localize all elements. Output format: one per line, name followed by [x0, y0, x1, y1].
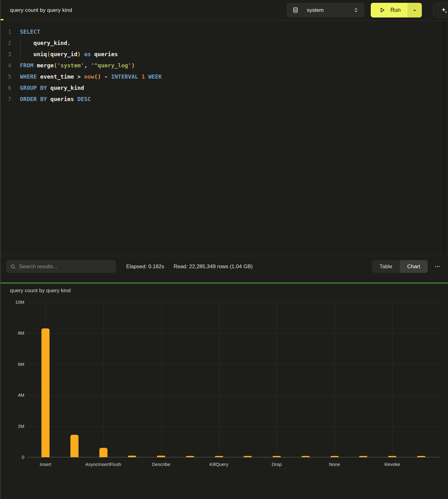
query-header: query count by query kind system Run — [0, 0, 448, 21]
results-toolbar: Elapsed: 0.182s Read: 22,285,349 rows (1… — [0, 256, 448, 277]
search-icon — [10, 264, 16, 269]
panel-resize-handle[interactable] — [0, 283, 448, 283]
chevrons-up-down-icon — [353, 7, 359, 13]
view-toggle-chart[interactable]: Chart — [400, 260, 428, 273]
run-options-button[interactable] — [407, 3, 422, 17]
editor-scrollbar[interactable] — [440, 21, 447, 256]
gridline-vertical — [219, 302, 219, 457]
gridline-horizontal — [28, 426, 439, 427]
elapsed-stat: Elapsed: 0.182s — [126, 264, 164, 270]
view-toggle-table[interactable]: Table — [372, 260, 400, 273]
gridline-horizontal — [28, 395, 439, 395]
view-toggle: Table Chart — [372, 260, 427, 273]
code-line: 6GROUP BY query_kind — [0, 82, 448, 94]
y-axis-labels: 10M8M6M4M2M0 — [0, 302, 24, 457]
gridline-horizontal — [28, 302, 439, 303]
y-axis-label: 10M — [0, 299, 24, 305]
y-axis-label: 0 — [0, 454, 24, 460]
code-line: 2 query_kind, — [0, 37, 448, 49]
code-text: GROUP BY query_kind — [15, 82, 84, 94]
gridline-vertical — [277, 302, 277, 457]
x-axis-label: Drop — [272, 462, 282, 467]
line-number: 3 — [0, 49, 15, 60]
read-stat: Read: 22,285,349 rows (1.04 GB) — [174, 264, 253, 270]
code-text: SELECT — [15, 26, 40, 37]
chevron-down-icon — [412, 7, 417, 13]
sql-editor[interactable]: 1SELECT2 query_kind,3 uniq(query_id) as … — [0, 21, 448, 256]
more-options-button[interactable] — [433, 264, 442, 270]
search-box[interactable] — [6, 260, 116, 273]
x-axis-label: KillQuery — [209, 462, 228, 467]
y-axis-label: 4M — [0, 392, 24, 398]
code-text: FROM merge('system', '^query_log') — [15, 60, 135, 71]
chart-bar-asyncinsertflush[interactable] — [99, 448, 107, 457]
code-text: WHERE event_time > now() - INTERVAL 1 WE… — [15, 71, 162, 82]
page-title: query count by query kind — [10, 7, 72, 13]
y-axis-label: 2M — [0, 423, 24, 429]
header-controls: system Run — [287, 3, 448, 17]
database-selector[interactable]: system — [287, 3, 365, 17]
assist-button[interactable] — [433, 3, 448, 17]
code-line: 1SELECT — [0, 26, 448, 37]
line-number: 2 — [0, 37, 15, 49]
x-axis-label: AsyncInsertFlush — [85, 462, 121, 467]
x-axis-label: None — [329, 462, 340, 467]
code-line: 4FROM merge('system', '^query_log') — [0, 60, 448, 71]
gridline-vertical — [103, 302, 104, 457]
x-axis-labels: InsertAsyncInsertFlushDescribeKillQueryD… — [28, 457, 439, 467]
gridline-vertical — [335, 302, 335, 457]
toolbar-gap — [0, 277, 448, 283]
chart-title: query count by query kind — [10, 288, 448, 294]
line-number: 5 — [0, 71, 15, 82]
code-line: 7ORDER BY queries DESC — [0, 94, 448, 105]
x-axis-label: Revoke — [384, 462, 400, 467]
x-axis-label: Describe — [152, 462, 170, 467]
gridline-vertical — [392, 302, 393, 457]
chart-bar-insert[interactable] — [41, 328, 50, 457]
y-axis-label: 8M — [0, 330, 24, 336]
chart-bar[interactable] — [70, 435, 79, 457]
code-text: uniq(query_id) as queries — [15, 49, 118, 60]
code-line: 3 uniq(query_id) as queries — [0, 49, 448, 60]
x-axis-label: Insert — [40, 462, 51, 467]
ellipsis-icon — [435, 266, 440, 267]
database-icon — [292, 7, 299, 13]
code-text: query_kind, — [15, 37, 71, 49]
indent-guide — [20, 39, 21, 59]
code-lines: 1SELECT2 query_kind,3 uniq(query_id) as … — [0, 26, 448, 105]
y-axis-label: 6M — [0, 361, 24, 367]
line-number: 7 — [0, 94, 15, 105]
gridline-horizontal — [28, 333, 439, 333]
chart-panel: query count by query kind 10M8M6M4M2M0 I… — [0, 288, 448, 499]
line-number: 4 — [0, 60, 15, 71]
run-button[interactable]: Run — [371, 3, 407, 17]
sparkle-icon — [441, 7, 448, 14]
line-number: 1 — [0, 26, 15, 37]
code-line: 5WHERE event_time > now() - INTERVAL 1 W… — [0, 71, 448, 82]
database-selector-value: system — [307, 7, 324, 13]
chart-plot — [28, 302, 439, 457]
gridline-vertical — [161, 302, 161, 457]
gridline-horizontal — [28, 364, 439, 365]
play-icon — [379, 7, 386, 14]
search-results-input[interactable] — [19, 264, 112, 270]
line-number: 6 — [0, 82, 15, 94]
run-button-label: Run — [390, 7, 401, 13]
run-split-button: Run — [371, 3, 422, 17]
code-text: ORDER BY queries DESC — [15, 94, 91, 105]
app-left-border — [0, 0, 1, 499]
chart-plot-wrap: 10M8M6M4M2M0 InsertAsyncInsertFlushDescr… — [0, 302, 448, 477]
